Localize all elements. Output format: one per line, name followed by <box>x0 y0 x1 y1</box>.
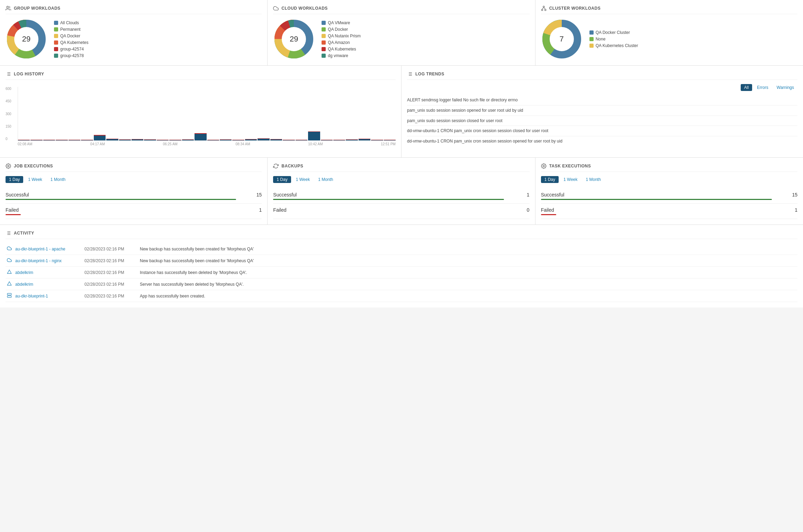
bar-blue <box>270 139 282 140</box>
bar-blue <box>245 139 257 140</box>
legend-item: QA Docker <box>322 27 361 32</box>
legend-label: QA Docker <box>328 27 348 32</box>
executions-row: JOB EXECUTIONS 1 Day 1 Week 1 Month Succ… <box>0 158 803 225</box>
bar-group <box>106 139 118 140</box>
task-1week-tab[interactable]: 1 Week <box>560 176 581 183</box>
job-1month-tab[interactable]: 1 Month <box>47 176 69 183</box>
task-failed-label: Failed <box>541 207 554 213</box>
activity-row-time: 02/28/2023 02:16 PM <box>83 290 138 302</box>
log-entries: ALERT sendmsg logger failed No such file… <box>407 95 797 146</box>
activity-row-message: New backup has successfully been created… <box>138 243 797 255</box>
legend-label: Permanent <box>60 27 81 32</box>
bar-group <box>258 138 269 140</box>
job-successful-row: Successful 15 <box>6 192 262 198</box>
bar-group <box>371 140 383 140</box>
activity-row-name[interactable]: abdelkrim <box>14 267 83 278</box>
filter-all-btn[interactable]: All <box>741 84 752 91</box>
job-successful-label: Successful <box>6 192 29 198</box>
y-label: 450 <box>6 99 16 103</box>
task-1month-tab[interactable]: 1 Month <box>582 176 604 183</box>
backup-successful-value: 1 <box>527 192 530 198</box>
legend-dot <box>54 21 58 25</box>
bar-group <box>232 140 244 140</box>
bar-group <box>43 140 55 140</box>
log-history-panel: LOG HISTORY 600 450 300 150 0 02:08 AM <box>0 66 402 157</box>
cloud-workloads-panel: CLOUD WORKLOADS 29 <box>268 0 535 65</box>
bar-blue <box>18 140 30 140</box>
svg-point-15 <box>543 6 544 7</box>
cloud-workloads-content: 29 QA VMware QA Docker QA Nutanix Prism <box>273 18 529 60</box>
group-workloads-content: 29 All Clouds Permanent QA Docker <box>6 18 262 60</box>
bar-blue <box>43 140 55 140</box>
legend-dot <box>322 27 326 31</box>
backup-1month-tab[interactable]: 1 Month <box>315 176 336 183</box>
cloud-workloads-legend: QA VMware QA Docker QA Nutanix Prism QA … <box>322 20 361 58</box>
backups-panel: BACKUPS 1 Day 1 Week 1 Month Successful … <box>268 158 535 224</box>
activity-row-icon <box>6 278 14 290</box>
svg-marker-45 <box>7 282 11 285</box>
task-1day-tab[interactable]: 1 Day <box>541 176 559 183</box>
activity-row-time: 02/28/2023 02:16 PM <box>83 278 138 290</box>
bar-blue <box>296 140 307 140</box>
bar-blue <box>346 140 358 140</box>
bar-blue <box>384 140 396 140</box>
bar-group <box>56 140 67 140</box>
filter-errors-btn[interactable]: Errors <box>754 84 772 91</box>
cloud-icon <box>273 6 279 11</box>
activity-table-body: au-dkr-blueprint-1 - apache 02/28/2023 0… <box>6 243 797 302</box>
bar-blue <box>81 140 93 140</box>
legend-item: group-42578 <box>54 53 88 58</box>
bar-blue <box>195 134 206 141</box>
bar-blue <box>157 140 169 140</box>
backup-successful-bar <box>273 199 504 200</box>
legend-dot <box>54 54 58 58</box>
cluster-workloads-panel: CLUSTER WORKLOADS 7 QA Docker Cluster <box>535 0 803 65</box>
legend-item: dg vmware <box>322 53 361 58</box>
activity-row-name[interactable]: au-dkr-blueprint-1 <box>14 290 83 302</box>
bar-blue <box>283 140 295 140</box>
legend-label: QA Nutanix Prism <box>328 34 361 38</box>
bar-blue <box>56 140 67 140</box>
x-label: 08:34 AM <box>235 142 250 149</box>
activity-header: ACTIVITY <box>6 230 797 239</box>
job-failed-row: Failed 1 <box>6 207 262 213</box>
job-1week-tab[interactable]: 1 Week <box>25 176 45 183</box>
job-1day-tab[interactable]: 1 Day <box>6 176 23 183</box>
log-history-title: LOG HISTORY <box>14 72 44 76</box>
bar-blue <box>308 132 320 140</box>
legend-label: group-42578 <box>60 53 84 58</box>
bar-group <box>207 140 219 140</box>
backup-1day-tab[interactable]: 1 Day <box>273 176 291 183</box>
legend-label: QA Kubernetes Cluster <box>596 43 638 48</box>
cluster-icon <box>541 6 547 11</box>
bar-blue <box>144 140 156 140</box>
task-failed-bar <box>541 214 556 215</box>
bar-group <box>333 140 345 140</box>
log-entry: ALERT sendmsg logger failed No such file… <box>407 95 797 106</box>
task-exec-tabs: 1 Day 1 Week 1 Month <box>541 176 797 183</box>
task-failed-value: 1 <box>795 207 797 213</box>
cloud-workloads-title: CLOUD WORKLOADS <box>281 6 328 11</box>
activity-row: abdelkrim 02/28/2023 02:16 PM Server has… <box>6 278 797 290</box>
activity-row-message: Instance has successfully been deleted b… <box>138 267 797 278</box>
activity-row-name[interactable]: au-dkr-blueprint-1 - nginx <box>14 255 83 267</box>
y-label: 150 <box>6 125 16 128</box>
cluster-workloads-header: CLUSTER WORKLOADS <box>541 6 797 14</box>
x-label: 12:51 PM <box>381 142 396 149</box>
bar-group <box>18 140 30 140</box>
job-exec-title: JOB EXECUTIONS <box>14 164 53 168</box>
legend-dot <box>54 40 58 45</box>
filter-warnings-btn[interactable]: Warnings <box>773 84 797 91</box>
backup-successful-stat: Successful 1 <box>273 189 529 204</box>
activity-row-name[interactable]: au-dkr-blueprint-1 - apache <box>14 243 83 255</box>
activity-row-message: App has successfully been created. <box>138 290 797 302</box>
legend-item: QA Kubernetes <box>54 40 88 45</box>
activity-row-name[interactable]: abdelkrim <box>14 278 83 290</box>
svg-marker-44 <box>7 270 11 274</box>
bar-group <box>119 139 131 140</box>
legend-label: dg vmware <box>328 53 348 58</box>
x-label: 04:17 AM <box>90 142 105 149</box>
backup-1week-tab[interactable]: 1 Week <box>292 176 313 183</box>
task-successful-row: Successful 15 <box>541 192 797 198</box>
backup-failed-label: Failed <box>273 207 286 213</box>
